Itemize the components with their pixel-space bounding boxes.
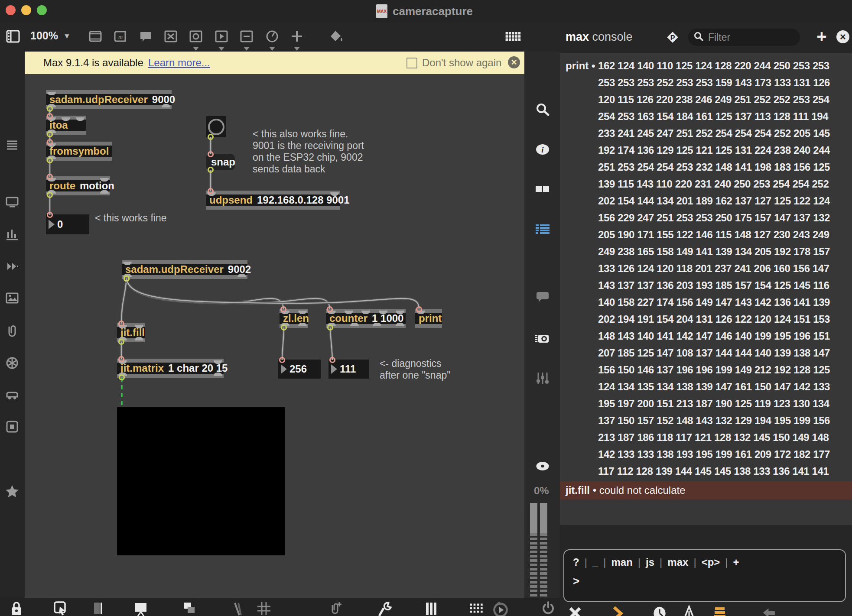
console-line[interactable]: 249 238 165 158 149 141 139 134 205 192 …: [560, 243, 852, 260]
prompt-shortcut[interactable]: ?: [573, 556, 579, 568]
console-filter[interactable]: [688, 29, 800, 46]
dot-grid-icon[interactable]: [468, 600, 485, 616]
grid-keyboard-icon[interactable]: [504, 28, 521, 45]
pen-icon[interactable]: [230, 600, 247, 616]
command-shortcuts[interactable]: ?|_|man|js|max|<p>|+: [573, 556, 845, 568]
patcher-canvas[interactable]: Max 9.1.4 is available Learn more... Don…: [25, 52, 524, 598]
console-close-icon[interactable]: ✕: [836, 30, 849, 43]
message-box-icon[interactable]: m: [112, 28, 129, 45]
console-line[interactable]: 156 229 247 251 253 253 250 175 157 147 …: [560, 209, 852, 226]
split-icon[interactable]: [91, 600, 108, 616]
command-prompt[interactable]: >: [573, 574, 845, 588]
console-line[interactable]: 143 137 137 136 203 193 185 157 154 125 …: [560, 277, 852, 294]
dial-icon[interactable]: [263, 28, 281, 45]
object-box-print[interactable]: print: [415, 309, 442, 328]
console-line[interactable]: 137 150 157 152 148 143 132 129 194 195 …: [560, 412, 852, 429]
console-line[interactable]: 233 241 245 247 251 252 254 254 254 252 …: [560, 125, 852, 142]
object-box-udprecv9002[interactable]: sadam.udpReceiver9002: [122, 260, 247, 279]
console-log[interactable]: print •162 124 140 110 125 124 128 220 2…: [560, 53, 852, 525]
monitor-icon[interactable]: [4, 194, 20, 210]
record-icon[interactable]: [534, 457, 551, 475]
layers-icon[interactable]: [182, 600, 199, 616]
object-box-itoa[interactable]: itoa: [46, 116, 86, 135]
star-icon[interactable]: [4, 483, 20, 500]
console-error-row[interactable]: jit.fill • could not calculate: [560, 481, 852, 499]
dont-show-again-checkbox[interactable]: [406, 58, 417, 68]
nib-icon[interactable]: [680, 605, 698, 616]
wheel-icon[interactable]: [4, 355, 20, 371]
zoom-level-dropdown[interactable]: 100%▼: [30, 29, 71, 42]
wrench-icon[interactable]: [377, 600, 394, 616]
console-line[interactable]: 202 194 191 154 204 131 126 122 120 124 …: [560, 311, 852, 327]
paperclip-icon[interactable]: [4, 323, 20, 339]
cursor-icon[interactable]: [52, 600, 69, 616]
jit-pwindow[interactable]: [117, 407, 285, 555]
console-line[interactable]: 117 112 128 139 144 145 145 138 133 136 …: [560, 463, 852, 480]
prompt-shortcut[interactable]: +: [733, 556, 739, 568]
chevron-icon[interactable]: [610, 605, 627, 616]
playbar-icon[interactable]: [213, 28, 230, 45]
chat-icon[interactable]: [534, 289, 551, 307]
close-window-button[interactable]: [6, 5, 16, 15]
mixer-icon[interactable]: [534, 370, 551, 387]
prompt-shortcut[interactable]: js: [646, 556, 654, 568]
menu-icon[interactable]: [4, 137, 20, 153]
image-icon[interactable]: [4, 290, 20, 306]
back-arrow-icon[interactable]: [761, 605, 779, 616]
hash-icon[interactable]: [256, 600, 273, 616]
console-line[interactable]: 251 253 254 254 253 232 148 141 198 183 …: [560, 159, 852, 175]
number-box-icon[interactable]: [238, 28, 255, 45]
number-box-num0[interactable]: 0: [46, 214, 89, 234]
console-line[interactable]: 139 115 143 110 220 231 240 250 253 254 …: [560, 175, 852, 192]
clip-plus-icon[interactable]: [327, 600, 345, 616]
filter-input[interactable]: [707, 31, 787, 44]
probe-icon[interactable]: P: [664, 29, 681, 46]
object-box-jitmatrix[interactable]: jit.matrix1 char 20 15: [117, 359, 224, 378]
console-line[interactable]: 133 126 124 120 118 201 237 241 206 160 …: [560, 260, 852, 277]
play-circle-icon[interactable]: [492, 600, 509, 616]
console-line[interactable]: 205 190 171 155 122 146 115 148 127 230 …: [560, 226, 852, 243]
comment-c-diag[interactable]: <- diagnostics after one "snap": [380, 358, 450, 381]
object-box-counter[interactable]: counter1 1000: [326, 309, 406, 328]
console-line[interactable]: 120 115 126 220 238 246 249 251 252 252 …: [560, 91, 852, 108]
console-line[interactable]: 202 154 144 134 201 189 162 137 127 125 …: [560, 192, 852, 209]
console-line[interactable]: 192 174 136 129 125 121 125 131 224 238 …: [560, 142, 852, 159]
clock-icon[interactable]: [651, 605, 668, 616]
add-object-icon[interactable]: [288, 28, 306, 45]
easel-icon[interactable]: [132, 600, 150, 616]
power-icon[interactable]: [540, 600, 557, 616]
console-line[interactable]: 124 134 135 134 138 139 147 161 150 147 …: [560, 378, 852, 395]
camera-icon[interactable]: [534, 330, 551, 347]
prompt-shortcut[interactable]: _: [592, 556, 598, 568]
console-line[interactable]: print •162 124 140 110 125 124 128 220 2…: [560, 57, 852, 74]
bang-button-icon[interactable]: [187, 28, 205, 45]
bang-button[interactable]: [206, 116, 226, 137]
console-line[interactable]: 142 133 133 138 193 195 199 161 209 172 …: [560, 446, 852, 463]
package-icon[interactable]: [4, 418, 20, 435]
equalizer-icon[interactable]: [4, 226, 20, 243]
comment-icon[interactable]: [137, 28, 154, 45]
inspector-icon[interactable]: [534, 181, 551, 198]
number-box-num256[interactable]: 256: [278, 360, 321, 379]
learn-more-link[interactable]: Learn more...: [148, 57, 210, 69]
sidebar-toggle-icon[interactable]: [4, 28, 22, 45]
console-line[interactable]: 148 143 140 141 142 147 146 140 199 195 …: [560, 327, 852, 344]
prompt-shortcut[interactable]: <p>: [702, 556, 720, 568]
number-box-num111[interactable]: 111: [328, 360, 369, 379]
object-box-fromsymbol[interactable]: fromsymbol: [46, 142, 112, 161]
console-line[interactable]: 140 158 227 174 156 149 147 143 142 136 …: [560, 294, 852, 311]
console-line[interactable]: 254 253 163 154 184 161 125 137 113 128 …: [560, 108, 852, 125]
minimize-window-button[interactable]: [21, 5, 31, 15]
object-box-icon[interactable]: [87, 28, 104, 45]
console-line[interactable]: 253 253 253 252 253 253 159 143 173 133 …: [560, 74, 852, 91]
list-icon[interactable]: [534, 221, 551, 238]
object-box-zllen[interactable]: zl.len: [280, 309, 308, 328]
object-box-jitfill[interactable]: jit.fill: [117, 323, 145, 342]
comment-c-works[interactable]: < this works fine: [95, 212, 167, 224]
piano-icon[interactable]: [423, 600, 440, 616]
search-icon[interactable]: [534, 101, 551, 119]
car-icon[interactable]: [4, 386, 20, 403]
message-box-snap[interactable]: snap: [206, 154, 235, 170]
console-line[interactable]: 195 197 200 151 213 187 190 125 119 123 …: [560, 395, 852, 412]
console-line[interactable]: 207 185 125 147 108 137 144 144 140 139 …: [560, 344, 852, 361]
